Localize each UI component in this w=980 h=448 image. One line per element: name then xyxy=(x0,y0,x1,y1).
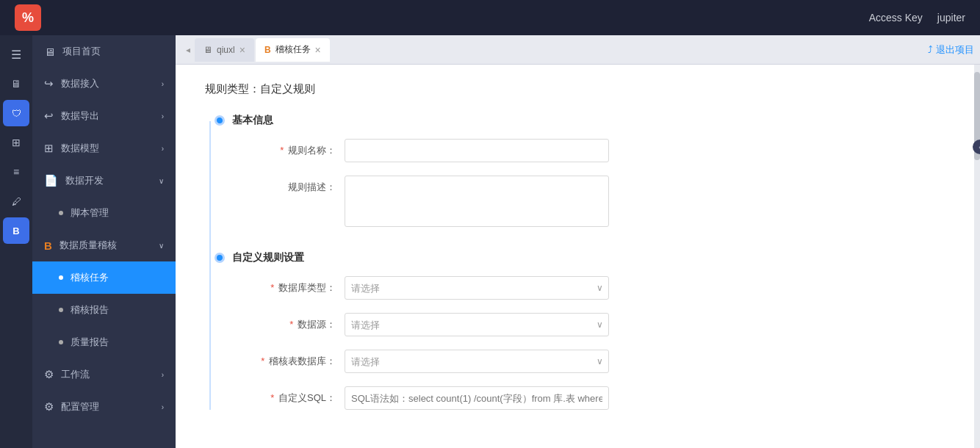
sidebar-item-config[interactable]: ⚙ 配置管理 › xyxy=(32,391,176,423)
chevron-right-icon: › xyxy=(162,80,164,88)
section-basic-info-header: 基本信息 xyxy=(220,114,945,127)
sidebar-item-quality-report[interactable]: 质量报告 xyxy=(32,326,176,358)
timeline-dot-1 xyxy=(215,115,225,126)
nav-label-workflow: 工作流 xyxy=(61,368,90,381)
audit-db-label: * 稽核表数据库： xyxy=(249,350,345,368)
chevron-down-icon: ∨ xyxy=(159,177,164,185)
audit-db-control: 请选择 ∨ xyxy=(345,350,609,373)
data-source-select[interactable]: 请选择 xyxy=(345,313,609,336)
scrollbar[interactable] xyxy=(974,65,980,448)
sidebar-item-audit-task[interactable]: 稽核任务 xyxy=(32,261,176,294)
tab-qiuxl-label: qiuxl xyxy=(217,45,235,55)
required-star-1: * xyxy=(280,145,284,156)
rule-desc-control xyxy=(345,176,609,229)
chevron-right-icon-5: › xyxy=(162,403,164,411)
timeline-dot-2 xyxy=(215,253,225,263)
rule-desc-input[interactable] xyxy=(345,176,609,227)
required-star-5: * xyxy=(270,392,274,403)
sidebar-icon-monitor[interactable]: 🖥 xyxy=(3,71,29,97)
tab-qiuxl-icon: 🖥 xyxy=(203,45,212,55)
header-right: Access Key jupiter xyxy=(869,12,965,24)
form-row-rule-name: * 规则名称： xyxy=(220,139,945,162)
sidebar-item-data-input[interactable]: ↪ 数据接入 › xyxy=(32,68,176,100)
form-row-rule-desc: 规则描述： xyxy=(220,176,945,229)
sidebar-item-workflow[interactable]: ⚙ 工作流 › xyxy=(32,358,176,391)
tab-audit-icon: B xyxy=(264,45,271,55)
section-basic-info: 基本信息 * 规则名称： xyxy=(220,114,945,229)
section-custom-rule-header: 自定义规则设置 xyxy=(220,251,945,264)
arrow-right-icon: ↪ xyxy=(44,77,54,90)
sidebar-item-audit-report[interactable]: 稽核报告 xyxy=(32,294,176,326)
tab-audit-label: 稽核任务 xyxy=(275,43,311,56)
sidebar-icon-chart[interactable]: B xyxy=(3,217,29,244)
db-type-label: * 数据库类型： xyxy=(249,276,345,295)
sidebar-item-data-export[interactable]: ↩ 数据导出 › xyxy=(32,100,176,132)
tab-scroll-left[interactable]: ◂ xyxy=(181,45,195,55)
custom-sql-label: * 自定义SQL： xyxy=(249,386,345,405)
chevron-right-icon-2: › xyxy=(162,112,164,120)
content-area: ◂ 🖥 qiuxl × B 稽核任务 × ⤴ 退出项目 规则类型：自定义规则 xyxy=(176,35,980,448)
dot-active-icon xyxy=(59,275,63,280)
gear-icon: ⚙ xyxy=(44,368,54,381)
chevron-right-icon-3: › xyxy=(162,145,164,153)
nav-label-data-model: 数据模型 xyxy=(61,142,99,155)
page-title: 规则类型：自定义规则 xyxy=(205,82,945,96)
section-custom-title: 自定义规则设置 xyxy=(232,251,304,264)
sidebar-item-data-quality[interactable]: B 数据质量稽核 ∨ xyxy=(32,229,176,261)
nav-label-data-quality: 数据质量稽核 xyxy=(60,239,117,252)
access-key-label[interactable]: Access Key xyxy=(869,12,923,24)
sidebar-item-data-model[interactable]: ⊞ 数据模型 › xyxy=(32,132,176,165)
dot-icon xyxy=(59,211,63,215)
rule-name-input[interactable] xyxy=(345,139,609,162)
main-layout: ☰ 🖥 🛡 ⊞ ≡ 🖊 B 🖥 项目首页 ↪ 数据接入 › ↩ 数据导出 › ⊞… xyxy=(0,35,980,448)
required-star-3: * xyxy=(289,319,293,330)
b-icon: B xyxy=(44,239,52,252)
logo: % xyxy=(15,4,41,31)
sidebar-icon-code[interactable]: 🖊 xyxy=(3,188,29,214)
form-row-audit-db: * 稽核表数据库： 请选择 ∨ xyxy=(220,350,945,373)
top-header: % Access Key jupiter xyxy=(0,0,980,35)
custom-sql-input[interactable] xyxy=(345,386,609,410)
section-custom-rule: 自定义规则设置 * 数据库类型： 请选择 xyxy=(220,251,945,410)
sidebar-icon-db[interactable]: ≡ xyxy=(3,159,29,185)
sidebar-item-project-home[interactable]: 🖥 项目首页 xyxy=(32,35,176,68)
timeline-container: 基本信息 * 规则名称： xyxy=(205,114,945,410)
tab-qiuxl[interactable]: 🖥 qiuxl × xyxy=(195,38,254,62)
sidebar-item-data-dev[interactable]: 📄 数据开发 ∨ xyxy=(32,165,176,197)
sidebar-item-script-mgmt[interactable]: 脚本管理 xyxy=(32,197,176,229)
dot-icon-2 xyxy=(59,308,63,312)
nav-label-data-dev: 数据开发 xyxy=(65,174,104,187)
chevron-down-icon-2: ∨ xyxy=(159,242,164,250)
rule-name-control xyxy=(345,139,609,162)
chevron-right-icon-4: › xyxy=(162,371,164,379)
monitor-icon: 🖥 xyxy=(44,46,55,58)
rule-desc-label: 规则描述： xyxy=(249,176,345,194)
tab-audit-close[interactable]: × xyxy=(315,45,321,55)
arrow-left-icon: ↩ xyxy=(44,109,54,123)
form-row-custom-sql: * 自定义SQL： xyxy=(220,386,945,410)
data-source-control: 请选择 ∨ xyxy=(345,313,609,336)
grid-icon: ⊞ xyxy=(44,142,54,155)
tab-qiuxl-close[interactable]: × xyxy=(239,45,245,55)
nav-label-quality-report: 质量报告 xyxy=(71,336,109,349)
tab-bar: ◂ 🖥 qiuxl × B 稽核任务 × ⤴ 退出项目 xyxy=(176,35,980,65)
logo-text: % xyxy=(22,10,34,26)
nav-sidebar: 🖥 项目首页 ↪ 数据接入 › ↩ 数据导出 › ⊞ 数据模型 › 📄 数据开发… xyxy=(32,35,176,448)
sidebar-icon-menu[interactable]: ☰ xyxy=(3,41,29,68)
icon-sidebar: ☰ 🖥 🛡 ⊞ ≡ 🖊 B xyxy=(0,35,32,448)
sidebar-icon-grid[interactable]: ⊞ xyxy=(3,129,29,156)
rule-name-label: * 规则名称： xyxy=(249,139,345,157)
sidebar-icon-shield[interactable]: 🛡 xyxy=(3,100,29,126)
db-type-select[interactable]: 请选择 xyxy=(345,276,609,300)
exit-project-button[interactable]: ⤴ 退出项目 xyxy=(928,43,974,57)
form-row-db-type: * 数据库类型： 请选择 ∨ xyxy=(220,276,945,300)
audit-db-select[interactable]: 请选择 xyxy=(345,350,609,373)
tab-audit-task[interactable]: B 稽核任务 × xyxy=(256,38,330,62)
dot-icon-3 xyxy=(59,340,63,344)
exit-icon: ⤴ xyxy=(928,44,933,55)
file-icon: 📄 xyxy=(44,174,58,187)
username-label: jupiter xyxy=(937,12,965,24)
nav-label-project-home: 项目首页 xyxy=(62,45,101,58)
gear-icon-2: ⚙ xyxy=(44,400,54,413)
timeline-line xyxy=(209,121,211,410)
